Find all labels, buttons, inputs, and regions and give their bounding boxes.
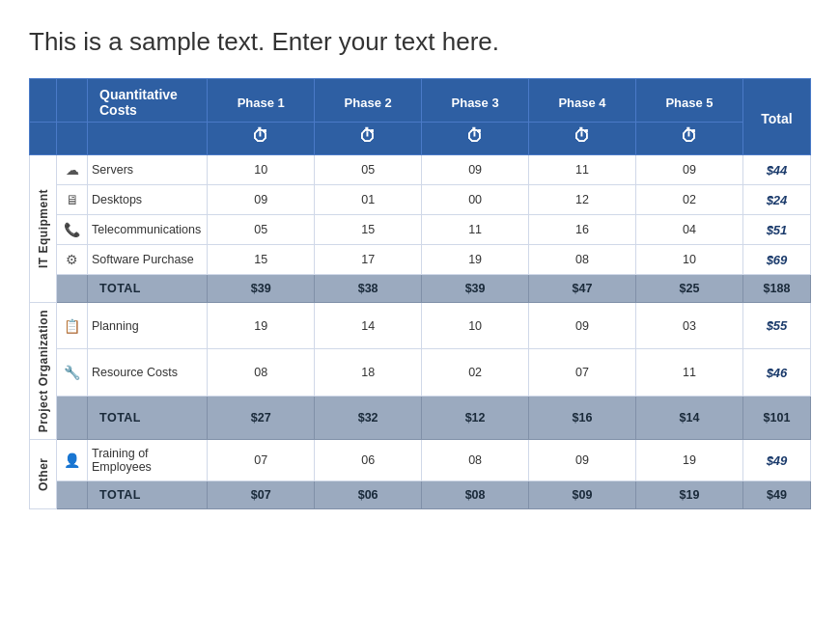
grand-total: $188: [743, 275, 811, 303]
phase2-header: Phase 2: [315, 79, 422, 123]
cell-p4: 08: [529, 245, 636, 275]
section-total-row: TOTAL$39$38$39$47$25$188: [30, 275, 811, 303]
grand-total: $49: [743, 481, 811, 509]
total-p4: $09: [529, 481, 636, 509]
sample-text: This is a sample text. Enter your text h…: [29, 27, 811, 57]
item-name: Software Purchase: [88, 245, 208, 275]
cell-p2: 18: [315, 349, 422, 396]
row-total: $55: [743, 303, 811, 349]
phase4-header: Phase 4: [529, 79, 636, 123]
phase1-clock-icon: ⏱: [252, 126, 269, 147]
section-total-row: TOTAL$07$06$08$09$19$49: [30, 481, 811, 509]
row-total: $44: [743, 155, 811, 185]
phase4-clock-icon: ⏱: [574, 126, 591, 147]
total-p1: $27: [208, 396, 315, 439]
phase2-clock-icon: ⏱: [359, 126, 377, 147]
total-p4: $16: [529, 396, 636, 439]
item-icon: ☁: [57, 155, 88, 185]
cell-p1: 07: [208, 440, 315, 481]
cell-p4: 16: [529, 215, 636, 245]
phase3-clock-icon: ⏱: [466, 126, 484, 147]
cell-p2: 06: [315, 440, 422, 481]
header-row-icons: ⏱ ⏱ ⏱ ⏱ ⏱: [30, 123, 811, 155]
table-row: 🖥Desktops0901001202$24: [30, 185, 811, 215]
phase5-clock-icon: ⏱: [681, 126, 698, 147]
total-icon-cell: [57, 396, 88, 439]
item-icon: 📞: [57, 215, 88, 245]
cell-p3: 09: [422, 155, 529, 185]
item-icon: 👤: [57, 440, 88, 481]
row-total: $51: [743, 215, 811, 245]
row-total: $49: [743, 440, 811, 481]
grand-total: $101: [743, 396, 811, 439]
section-label-1: Project Organization: [30, 303, 57, 440]
table-row: Other👤Training ofEmployees0706080919$49: [30, 440, 811, 481]
item-name: Resource Costs: [88, 349, 208, 396]
item-icon: 🖥: [57, 185, 88, 215]
item-name: Telecommunications: [88, 215, 208, 245]
cell-p5: 04: [636, 215, 743, 245]
cell-p3: 11: [422, 215, 529, 245]
total-label: TOTAL: [88, 396, 208, 439]
cell-p4: 12: [529, 185, 636, 215]
row-total: $24: [743, 185, 811, 215]
cost-table: Quantitative Costs Phase 1 Phase 2 Phase…: [29, 78, 811, 509]
cell-p4: 09: [529, 440, 636, 481]
item-name: Planning: [88, 303, 208, 349]
total-p3: $39: [422, 275, 529, 303]
cell-p3: 00: [422, 185, 529, 215]
total-header: Total: [743, 79, 811, 155]
total-p1: $07: [208, 481, 315, 509]
cell-p2: 17: [315, 245, 422, 275]
cell-p2: 05: [315, 155, 422, 185]
phase3-header: Phase 3: [422, 79, 529, 123]
total-p2: $32: [315, 396, 422, 439]
item-icon: ⚙: [57, 245, 88, 275]
total-icon-cell: [57, 275, 88, 303]
section-label-2: Other: [30, 440, 57, 509]
cell-p2: 01: [315, 185, 422, 215]
item-name: Training ofEmployees: [88, 440, 208, 481]
phase5-header: Phase 5: [636, 79, 743, 123]
table-row: 📞Telecommunications0515111604$51: [30, 215, 811, 245]
cell-p1: 10: [208, 155, 315, 185]
total-p5: $14: [636, 396, 743, 439]
cell-p1: 08: [208, 349, 315, 396]
total-label: TOTAL: [88, 481, 208, 509]
total-p5: $19: [636, 481, 743, 509]
section-total-row: TOTAL$27$32$12$16$14$101: [30, 396, 811, 439]
cell-p5: 11: [636, 349, 743, 396]
cell-p5: 02: [636, 185, 743, 215]
cell-p1: 09: [208, 185, 315, 215]
row-total: $69: [743, 245, 811, 275]
page-container: This is a sample text. Enter your text h…: [0, 0, 840, 630]
cell-p5: 19: [636, 440, 743, 481]
table-row: ⚙Software Purchase1517190810$69: [30, 245, 811, 275]
cell-p5: 10: [636, 245, 743, 275]
item-icon: 📋: [57, 303, 88, 349]
total-p3: $08: [422, 481, 529, 509]
total-icon-cell: [57, 481, 88, 509]
cell-p4: 07: [529, 349, 636, 396]
phase1-header: Phase 1: [208, 79, 315, 123]
cell-p4: 09: [529, 303, 636, 349]
header-row-top: Quantitative Costs Phase 1 Phase 2 Phase…: [30, 79, 811, 123]
cell-p1: 19: [208, 303, 315, 349]
cell-p4: 11: [529, 155, 636, 185]
cell-p1: 15: [208, 245, 315, 275]
item-name: Servers: [88, 155, 208, 185]
cell-p2: 14: [315, 303, 422, 349]
cell-p3: 08: [422, 440, 529, 481]
total-p4: $47: [529, 275, 636, 303]
total-p5: $25: [636, 275, 743, 303]
cell-p3: 10: [422, 303, 529, 349]
cell-p1: 05: [208, 215, 315, 245]
item-icon: 🔧: [57, 349, 88, 396]
cell-p5: 03: [636, 303, 743, 349]
cell-p5: 09: [636, 155, 743, 185]
total-p1: $39: [208, 275, 315, 303]
cell-p2: 15: [315, 215, 422, 245]
table-row: 🔧Resource Costs0818020711$46: [30, 349, 811, 396]
total-p3: $12: [422, 396, 529, 439]
total-label: TOTAL: [88, 275, 208, 303]
